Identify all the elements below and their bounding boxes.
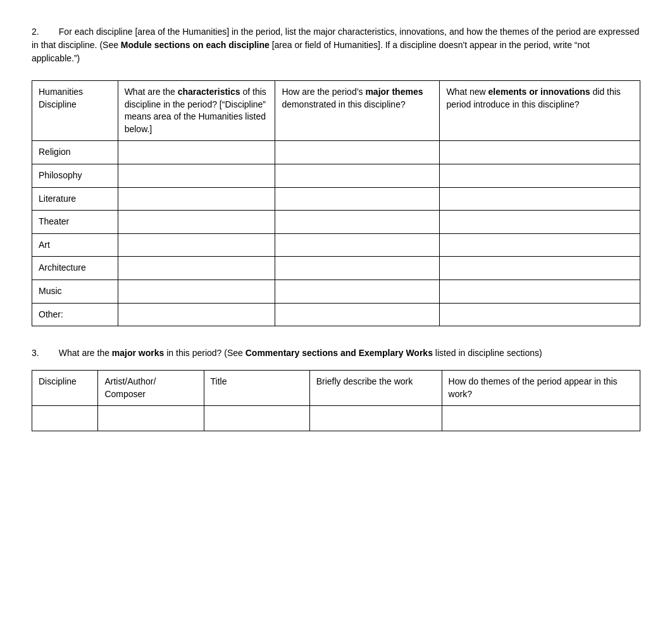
table-row: Music — [32, 280, 640, 303]
section-2-number: 2. — [32, 27, 39, 37]
s3-col2-header: Artist/Author/Composer — [98, 371, 204, 406]
section-3-table: Discipline Artist/Author/Composer Title … — [32, 370, 640, 431]
characteristics-value — [118, 164, 275, 187]
s3-col5-header: How do themes of the period appear in th… — [442, 371, 640, 406]
themes-value — [275, 280, 440, 303]
table-row: Art — [32, 233, 640, 257]
s3-col4-header: Briefly describe the work — [309, 371, 442, 406]
characteristics-value — [118, 141, 275, 164]
section-2-table: Humanities Discipline What are the chara… — [32, 80, 640, 326]
elements-value — [440, 187, 640, 211]
themes-value — [275, 303, 440, 326]
characteristics-value — [118, 257, 275, 280]
characteristics-value — [118, 303, 275, 326]
section-2-bold: Module sections on each discipline — [121, 40, 270, 50]
themes-value — [275, 141, 440, 164]
discipline-label: Literature — [32, 187, 118, 211]
table-row: Literature — [32, 187, 640, 211]
table-row: Theater — [32, 211, 640, 234]
section-3-empty-row — [32, 406, 640, 431]
table-row: Other: — [32, 303, 640, 326]
col3-header: How are the period’s major themes demons… — [275, 81, 440, 141]
themes-value — [275, 164, 440, 187]
col2-header: What are the characteristics of this dis… — [118, 81, 275, 141]
discipline-label: Art — [32, 233, 118, 257]
s3-col3-header: Title — [204, 371, 309, 406]
characteristics-value — [118, 233, 275, 257]
themes-value — [275, 233, 440, 257]
table-row: Philosophy — [32, 164, 640, 187]
elements-value — [440, 141, 640, 164]
elements-value — [440, 280, 640, 303]
discipline-label: Philosophy — [32, 164, 118, 187]
themes-value — [275, 257, 440, 280]
section-3-number: 3. — [32, 348, 39, 358]
section-3-label: 3. What are the major works in this peri… — [32, 347, 640, 360]
discipline-label: Religion — [32, 141, 118, 164]
s3-col1-header: Discipline — [32, 371, 98, 406]
themes-value — [275, 211, 440, 234]
section-2-intro: 2. For each discipline [area of the Huma… — [32, 25, 640, 65]
characteristics-value — [118, 280, 275, 303]
discipline-label: Architecture — [32, 257, 118, 280]
discipline-label: Other: — [32, 303, 118, 326]
discipline-label: Music — [32, 280, 118, 303]
table-row: Religion — [32, 141, 640, 164]
elements-value — [440, 257, 640, 280]
table-row: Architecture — [32, 257, 640, 280]
characteristics-value — [118, 211, 275, 234]
section-3-table-header: Discipline Artist/Author/Composer Title … — [32, 371, 640, 406]
col1-header: Humanities Discipline — [32, 81, 118, 141]
elements-value — [440, 211, 640, 234]
elements-value — [440, 164, 640, 187]
characteristics-value — [118, 187, 275, 211]
col4-header: What new elements or innovations did thi… — [440, 81, 640, 141]
elements-value — [440, 233, 640, 257]
elements-value — [440, 303, 640, 326]
discipline-label: Theater — [32, 211, 118, 234]
section-2-table-header: Humanities Discipline What are the chara… — [32, 81, 640, 141]
themes-value — [275, 187, 440, 211]
